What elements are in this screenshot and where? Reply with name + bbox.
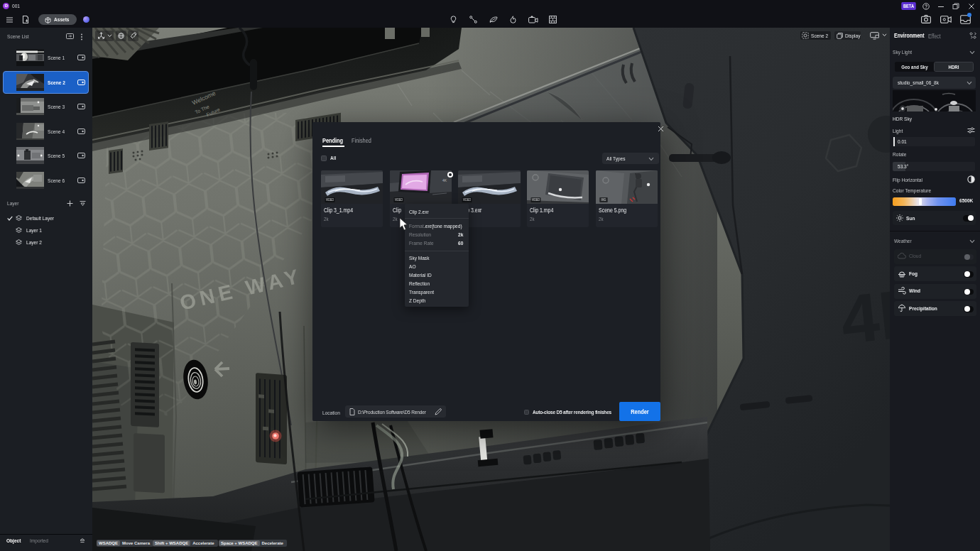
svg-text:4K: 4K <box>442 178 447 182</box>
svg-text:4L: 4L <box>837 274 890 358</box>
